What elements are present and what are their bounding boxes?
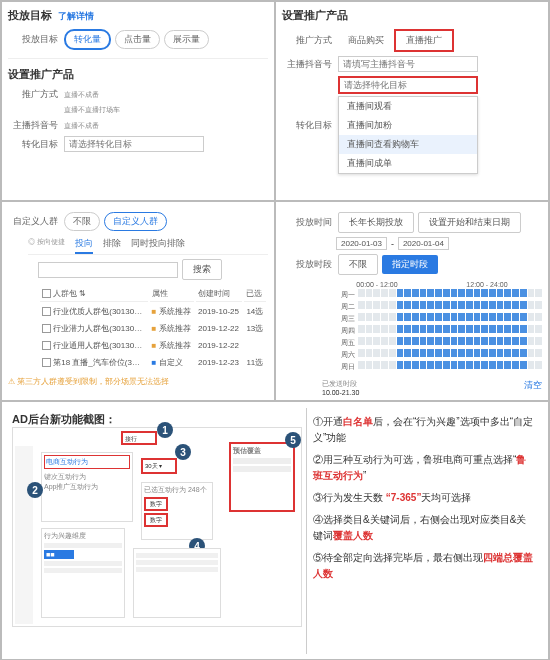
- goal-select[interactable]: [64, 136, 204, 152]
- tab-live[interactable]: 直播推广: [394, 29, 454, 52]
- clear-link[interactable]: 清空: [524, 379, 542, 396]
- dd-watch[interactable]: 直播间观看: [339, 97, 477, 116]
- cb5-panel: 预估覆盖: [229, 442, 295, 512]
- dd-cart[interactable]: 直播间查看购物车: [339, 135, 477, 154]
- notes-panel: ①开通白名单后，会在“行为兴趣”选项中多出“自定义”功能②用三种互动行为可选，鲁…: [307, 408, 542, 654]
- badge-2: 2: [27, 482, 43, 498]
- goal-dropdown[interactable]: [338, 76, 478, 94]
- date-from[interactable]: 2020-01-03: [336, 237, 387, 250]
- dd-follow[interactable]: 直播间加粉: [339, 116, 477, 135]
- tab-goods[interactable]: 商品购买: [338, 31, 394, 50]
- cb4-panel: 已选互动行为 248个 数字 数字: [141, 482, 213, 540]
- ad-screenshot: 接行 1 电商互动行为 键次互动行为 App推广互动行为 2 30天 ▾ 3 已…: [12, 427, 302, 627]
- table-row[interactable]: 行业通用人群包(30130…■ 系统推荐2019-12-22: [40, 338, 266, 353]
- detail-link[interactable]: 了解详情: [58, 11, 94, 21]
- specific-period[interactable]: 指定时段: [382, 255, 438, 274]
- tab-target[interactable]: 投向: [75, 235, 93, 254]
- audience-panel: 自定义人群 不限 自定义人群 ◎ 按向便捷 投向 排除 同时投向排除 搜索 人群…: [1, 201, 275, 401]
- table-row[interactable]: 行业优质人群包(30130…■ 系统推荐2019-10-2514选: [40, 304, 266, 319]
- badge-3: 3: [175, 444, 191, 460]
- audience-table: 人群包 ⇅属性创建时间已选 行业优质人群包(30130…■ 系统推荐2019-1…: [38, 284, 268, 372]
- table-row[interactable]: 行业潜力人群包(30130…■ 系统推荐2019-12-2213选: [40, 321, 266, 336]
- audience-tabs: ◎ 按向便捷 投向 排除 同时投向排除: [28, 235, 268, 255]
- audience-search[interactable]: [38, 262, 178, 278]
- goal-panel: 投放目标了解详情 投放目标 转化量 点击量 展示量 设置推广产品 推广方式直播不…: [1, 1, 275, 201]
- tab-exclude[interactable]: 排除: [103, 235, 121, 254]
- schedule-grid[interactable]: 周一周二周三周四周五周六周日: [322, 289, 542, 373]
- goal-title: 投放目标了解详情: [8, 8, 268, 23]
- tab-both[interactable]: 同时投向排除: [131, 235, 185, 254]
- opt-impression[interactable]: 展示量: [164, 30, 209, 49]
- custom-audience[interactable]: 自定义人群: [104, 212, 167, 231]
- dd-order[interactable]: 直播间成单: [339, 154, 477, 173]
- schedule-panel: 投放时间 长年长期投放 设置开始和结束日期 2020-01-03 - 2020-…: [275, 201, 549, 401]
- account-input[interactable]: [338, 56, 478, 72]
- goal-row: 投放目标 转化量 点击量 展示量: [8, 29, 268, 50]
- goal-menu: 直播间观看 直播间加粉 直播间查看购物车 直播间成单: [338, 96, 478, 174]
- opt-click[interactable]: 点击量: [115, 30, 160, 49]
- warn-text: ⚠ 第三方人群遵受到限制，部分场景无法选择: [8, 376, 268, 387]
- cb3: 30天 ▾: [141, 458, 177, 474]
- cb1: 接行: [121, 431, 157, 445]
- screenshot-panel: AD后台新功能截图： 接行 1 电商互动行为 键次互动行为 App推广互动行为 …: [1, 401, 549, 660]
- search-btn[interactable]: 搜索: [182, 259, 222, 280]
- product-title: 设置推广产品: [8, 67, 268, 82]
- cb2-panel: 电商互动行为 键次互动行为 App推广互动行为: [41, 452, 133, 522]
- date-to[interactable]: 2020-01-04: [398, 237, 449, 250]
- badge-5: 5: [285, 432, 301, 448]
- badge-1: 1: [157, 422, 173, 438]
- opt-conversion[interactable]: 转化量: [64, 29, 111, 50]
- table-row[interactable]: 第18 直播_汽车价位(3…■ 自定义2019-12-2311选: [40, 355, 266, 370]
- product-panel: 设置推广产品 推广方式 商品购买 直播推广 主播抖音号 转化目标 直播间观看 直…: [275, 1, 549, 201]
